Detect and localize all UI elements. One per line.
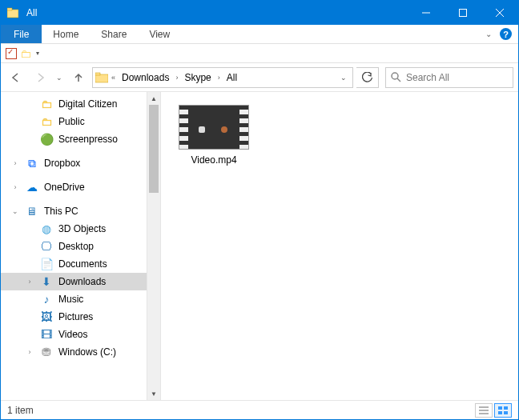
svg-rect-3 bbox=[460, 10, 467, 17]
tree-item[interactable]: 🟢Screenpresso bbox=[1, 130, 147, 148]
tree-label: Documents bbox=[58, 258, 107, 270]
window-title: All bbox=[25, 7, 408, 18]
tree-item[interactable]: ›⛃Windows (C:) bbox=[1, 343, 147, 361]
scroll-thumb[interactable] bbox=[149, 105, 159, 193]
pictures-icon: 🖼 bbox=[39, 310, 54, 323]
navigation-pane: 🗀Digital Citizen 🗀Public 🟢Screenpresso ›… bbox=[1, 92, 161, 400]
tree-item[interactable]: ♪Music bbox=[1, 290, 147, 308]
desktop-icon: 🖵 bbox=[39, 240, 54, 253]
navigation-bar: ⌄ « Downloads › Skype › All ⌄ Search All bbox=[1, 63, 518, 92]
3dobjects-icon: ◍ bbox=[39, 222, 54, 235]
refresh-button[interactable] bbox=[356, 67, 379, 88]
tree-item[interactable]: 🗀Digital Citizen bbox=[1, 95, 147, 113]
tree-label: Windows (C:) bbox=[58, 346, 116, 358]
chevron-right-icon[interactable]: › bbox=[173, 68, 180, 87]
qat-properties-icon[interactable] bbox=[6, 48, 17, 59]
chevron-right-icon[interactable]: › bbox=[215, 68, 223, 87]
tree-item[interactable]: 🖼Pictures bbox=[1, 308, 147, 326]
thispc-icon: 🖥 bbox=[25, 205, 39, 218]
tree-label: Digital Citizen bbox=[58, 98, 117, 110]
minimize-button[interactable] bbox=[408, 1, 445, 25]
up-button[interactable] bbox=[68, 67, 89, 88]
expand-icon[interactable]: › bbox=[10, 159, 20, 167]
onedrive-icon: ☁ bbox=[25, 181, 39, 194]
tree-label: This PC bbox=[44, 206, 78, 217]
close-button[interactable] bbox=[481, 1, 518, 25]
ribbon-tab-home[interactable]: Home bbox=[42, 25, 90, 43]
tree-item[interactable]: 🎞Videos bbox=[1, 326, 147, 343]
breadcrumb-item[interactable]: All bbox=[223, 68, 241, 87]
music-icon: ♪ bbox=[39, 293, 54, 306]
ribbon-tab-view[interactable]: View bbox=[138, 25, 181, 43]
scroll-down-icon[interactable]: ▼ bbox=[147, 387, 160, 400]
qat-customize-icon[interactable]: ▾ bbox=[36, 50, 39, 57]
collapse-icon[interactable]: ⌄ bbox=[10, 207, 20, 215]
search-icon bbox=[391, 72, 401, 82]
svg-rect-15 bbox=[498, 411, 502, 414]
details-view-button[interactable] bbox=[475, 403, 493, 418]
tree-item[interactable]: 📄Documents bbox=[1, 255, 147, 273]
svg-line-9 bbox=[397, 78, 400, 82]
help-icon[interactable]: ? bbox=[500, 28, 512, 40]
forward-button[interactable] bbox=[30, 67, 50, 88]
svg-rect-1 bbox=[7, 8, 12, 10]
window-icon bbox=[1, 7, 25, 18]
tree-label: Downloads bbox=[58, 276, 106, 287]
tree-label: 3D Objects bbox=[58, 223, 106, 234]
back-button[interactable] bbox=[6, 67, 26, 88]
svg-point-8 bbox=[392, 73, 398, 79]
tree-item-downloads[interactable]: ›⬇Downloads bbox=[1, 273, 147, 290]
icons-view-button[interactable] bbox=[494, 403, 512, 418]
navpane-scrollbar[interactable]: ▲ ▼ bbox=[147, 92, 160, 400]
documents-icon: 📄 bbox=[39, 258, 54, 270]
svg-rect-7 bbox=[95, 73, 100, 75]
tree-item-thispc[interactable]: ⌄🖥This PC bbox=[1, 202, 147, 220]
address-history-icon[interactable]: ⌄ bbox=[336, 74, 351, 82]
tree-label: Screenpresso bbox=[58, 134, 118, 145]
screenpresso-icon: 🟢 bbox=[39, 133, 54, 146]
maximize-button[interactable] bbox=[445, 1, 481, 25]
status-text: 1 item bbox=[7, 405, 34, 416]
search-placeholder: Search All bbox=[406, 72, 449, 83]
tree-label: Videos bbox=[58, 329, 87, 340]
tree-label: Music bbox=[58, 294, 83, 305]
svg-rect-0 bbox=[7, 10, 18, 18]
quick-access-toolbar: 🗀 ▾ bbox=[1, 44, 518, 63]
folder-icon: 🗀 bbox=[39, 115, 54, 128]
ribbon: File Home Share View ⌄ ? bbox=[1, 25, 518, 44]
folder-icon: 🗀 bbox=[39, 98, 54, 110]
expand-icon[interactable]: › bbox=[25, 278, 34, 286]
tree-item-dropbox[interactable]: ›⧉Dropbox bbox=[1, 154, 147, 172]
drive-icon: ⛃ bbox=[39, 346, 54, 358]
tree-label: OneDrive bbox=[44, 182, 85, 193]
file-tab[interactable]: File bbox=[1, 25, 42, 43]
svg-rect-16 bbox=[504, 411, 508, 414]
breadcrumb-overflow-icon[interactable]: « bbox=[109, 68, 118, 87]
scroll-up-icon[interactable]: ▲ bbox=[147, 92, 160, 105]
video-thumbnail-icon bbox=[179, 105, 249, 150]
tree-label: Public bbox=[58, 116, 85, 127]
content-area[interactable]: Video.mp4 bbox=[161, 92, 518, 400]
ribbon-tab-share[interactable]: Share bbox=[90, 25, 138, 43]
breadcrumb-item[interactable]: Skype bbox=[180, 68, 215, 87]
tree-item[interactable]: 🖵Desktop bbox=[1, 238, 147, 255]
tree-item-onedrive[interactable]: ›☁OneDrive bbox=[1, 178, 147, 196]
tree-item[interactable]: 🗀Public bbox=[1, 113, 147, 130]
status-bar: 1 item bbox=[1, 400, 518, 419]
tree-item[interactable]: ◍3D Objects bbox=[1, 220, 147, 238]
file-item[interactable]: Video.mp4 bbox=[174, 105, 254, 166]
ribbon-expand-icon[interactable]: ⌄ bbox=[485, 30, 492, 38]
svg-rect-13 bbox=[498, 406, 502, 410]
videos-icon: 🎞 bbox=[39, 328, 54, 341]
breadcrumb-item[interactable]: Downloads bbox=[118, 68, 173, 87]
expand-icon[interactable]: › bbox=[10, 183, 20, 191]
address-bar[interactable]: « Downloads › Skype › All ⌄ bbox=[92, 67, 353, 88]
tree-label: Dropbox bbox=[44, 158, 80, 169]
svg-rect-14 bbox=[504, 406, 508, 410]
tree-label: Pictures bbox=[58, 311, 93, 322]
qat-newfolder-icon[interactable]: 🗀 bbox=[20, 47, 31, 60]
recent-locations-button[interactable]: ⌄ bbox=[54, 67, 65, 88]
expand-icon[interactable]: › bbox=[25, 348, 34, 356]
search-box[interactable]: Search All bbox=[385, 67, 513, 88]
address-folder-icon bbox=[95, 72, 109, 83]
